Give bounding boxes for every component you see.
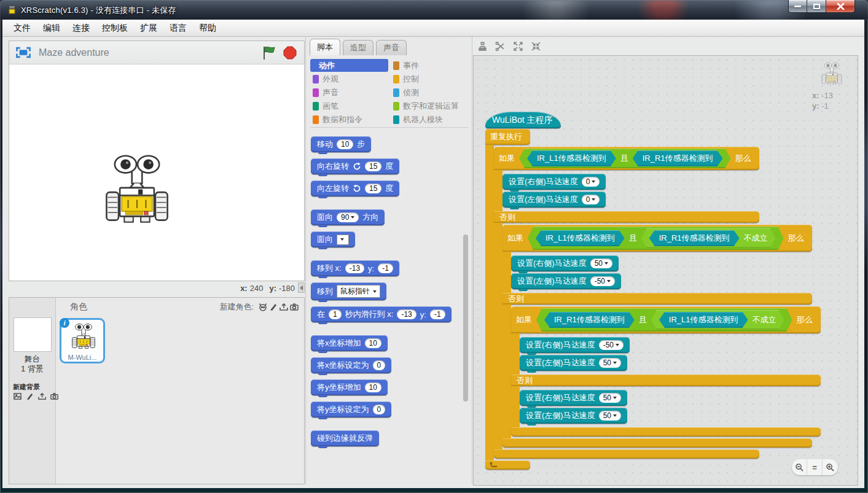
script-block-set-motor-speed[interactable]: 设置(右侧)马达速度-50 bbox=[520, 337, 630, 353]
palette-block-point-towards[interactable]: 面向 bbox=[311, 231, 355, 247]
number-input[interactable]: -1 bbox=[378, 263, 393, 273]
and-operator-block[interactable]: IR_L1传感器检测到且IR_R1传感器检测到不成立 bbox=[528, 227, 784, 250]
menu-board[interactable]: 控制板 bbox=[96, 21, 134, 36]
sensor-boolean-block[interactable]: IR_R1传感器检测到 bbox=[633, 150, 723, 166]
sensor-boolean-block[interactable]: IR_R1传感器检测到 bbox=[544, 312, 635, 328]
ifelse-header[interactable]: 如果IR_L1传感器检测到且IR_R1传感器检测到那么 bbox=[494, 147, 759, 170]
else-bar[interactable]: 否则 bbox=[511, 375, 821, 386]
number-dropdown[interactable]: -50 bbox=[590, 276, 615, 286]
palette-block-move-steps[interactable]: 移动10步 bbox=[311, 136, 371, 152]
number-input[interactable]: -13 bbox=[345, 263, 364, 273]
and-operator-block[interactable]: IR_R1传感器检测到且IR_L1传感器检测到不成立 bbox=[536, 308, 792, 332]
palette-category[interactable]: 事件 bbox=[391, 59, 469, 72]
palette-block-change-y[interactable]: 将y坐标增加10 bbox=[311, 379, 388, 395]
title-bar[interactable]: XRScratch(v1.6.3) - 没有连接串口 - 未保存 bbox=[0, 0, 868, 20]
palette-block-goto-xy[interactable]: 移到 x:-13y:-1 bbox=[311, 260, 399, 276]
number-input[interactable]: 0 bbox=[373, 405, 386, 414]
number-input[interactable]: 10 bbox=[337, 139, 353, 149]
palette-block-point-direction[interactable]: 面向90方向 bbox=[311, 209, 385, 225]
sensor-boolean-block[interactable]: IR_L1传感器检测到 bbox=[527, 150, 616, 166]
forever-header[interactable]: 重复执行 bbox=[485, 129, 530, 145]
palette-category[interactable]: 控制 bbox=[391, 72, 469, 85]
script-block-set-motor-speed[interactable]: 设置(右侧)马达速度50 bbox=[511, 255, 619, 271]
palette-block-turn-right[interactable]: 向右旋转15度 bbox=[311, 158, 399, 174]
tab-scripts[interactable]: 脚本 bbox=[310, 39, 340, 55]
script-block-set-motor-speed[interactable]: 设置(左侧)马达速度0 bbox=[502, 192, 606, 208]
palette-category[interactable]: 数据和指令 bbox=[310, 113, 388, 126]
palette-block-set-x[interactable]: 将x坐标设定为0 bbox=[311, 357, 391, 373]
script-block-hat-main-program[interactable]: WuLiBot 主程序 bbox=[485, 112, 561, 128]
zoom-reset-button[interactable]: = bbox=[807, 459, 823, 475]
grow-icon[interactable] bbox=[512, 41, 524, 52]
number-input[interactable]: -13 bbox=[397, 309, 416, 319]
menu-language[interactable]: 语言 bbox=[163, 21, 193, 36]
palette-category[interactable]: 侦测 bbox=[391, 86, 469, 99]
dropdown[interactable] bbox=[337, 235, 349, 245]
sensor-boolean-block[interactable]: IR_R1传感器检测到 bbox=[649, 230, 740, 246]
number-dropdown[interactable]: 0 bbox=[582, 195, 600, 204]
script-block-set-motor-speed[interactable]: 设置(右侧)马达速度50 bbox=[520, 390, 627, 406]
green-flag-button[interactable] bbox=[261, 45, 277, 60]
number-input[interactable]: 10 bbox=[365, 382, 381, 392]
not-operator-block[interactable]: IR_L1传感器检测到不成立 bbox=[651, 310, 784, 330]
script-block-forever[interactable]: 重复执行如果IR_L1传感器检测到且IR_R1传感器检测到那么设置(右侧)马达速… bbox=[485, 129, 530, 470]
stop-button[interactable] bbox=[282, 45, 298, 60]
camera-backdrop-icon[interactable] bbox=[49, 391, 60, 402]
scissors-icon[interactable] bbox=[495, 41, 506, 52]
number-dropdown[interactable]: -50 bbox=[599, 340, 624, 350]
collapse-stage-button[interactable] bbox=[298, 282, 305, 293]
tab-costumes[interactable]: 造型 bbox=[343, 40, 373, 55]
backdrop-library-icon[interactable] bbox=[12, 391, 23, 402]
sensor-boolean-block[interactable]: IR_L1传感器检测到 bbox=[659, 312, 748, 328]
minimize-button[interactable] bbox=[788, 0, 807, 13]
palette-block-glide-to-xy[interactable]: 在1秒内滑行到 x:-13y:-1 bbox=[311, 306, 452, 322]
number-input[interactable]: 10 bbox=[365, 338, 381, 348]
script-block-set-motor-speed[interactable]: 设置(左侧)马达速度-50 bbox=[511, 273, 621, 289]
script-block-set-motor-speed[interactable]: 设置(右侧)马达速度0 bbox=[502, 174, 606, 190]
palette-block-goto-mouse[interactable]: 移到鼠标指针 bbox=[311, 282, 386, 300]
not-operator-block[interactable]: IR_R1传感器检测到不成立 bbox=[641, 228, 776, 248]
menu-file[interactable]: 文件 bbox=[7, 21, 37, 36]
stamp-icon[interactable] bbox=[477, 41, 488, 52]
upload-sprite-icon[interactable] bbox=[278, 302, 289, 312]
palette-scrollbar[interactable] bbox=[463, 235, 468, 402]
menu-connect[interactable]: 连接 bbox=[66, 21, 96, 36]
fullscreen-icon[interactable] bbox=[15, 47, 31, 58]
upload-backdrop-icon[interactable] bbox=[37, 391, 47, 402]
stage-selector[interactable]: 舞台 1 背景 新建背景 bbox=[9, 298, 56, 484]
zoom-out-button[interactable] bbox=[792, 459, 807, 475]
palette-category[interactable]: 声音 bbox=[310, 86, 388, 99]
script-block-ifelse[interactable]: 如果IR_L1传感器检测到且IR_R1传感器检测到那么设置(右侧)马达速度0设置… bbox=[494, 147, 759, 459]
else-bar[interactable]: 否则 bbox=[502, 293, 812, 305]
ifelse-header[interactable]: 如果IR_L1传感器检测到且IR_R1传感器检测到不成立那么 bbox=[502, 225, 812, 252]
number-dropdown[interactable]: 0 bbox=[582, 177, 600, 187]
menu-edit[interactable]: 编辑 bbox=[37, 21, 66, 36]
number-input[interactable]: 1 bbox=[329, 309, 342, 319]
sprite-library-icon[interactable] bbox=[257, 302, 268, 312]
number-dropdown[interactable]: 90 bbox=[337, 212, 359, 222]
menu-help[interactable]: 帮助 bbox=[193, 21, 222, 36]
dropdown[interactable]: 鼠标指针 bbox=[337, 285, 380, 298]
shrink-icon[interactable] bbox=[530, 41, 542, 52]
palette-category[interactable]: 动作 bbox=[310, 59, 388, 72]
ifelse-header[interactable]: 如果IR_R1传感器检测到且IR_L1传感器检测到不成立那么 bbox=[511, 306, 821, 333]
menu-extensions[interactable]: 扩展 bbox=[134, 21, 163, 36]
number-dropdown[interactable]: 50 bbox=[599, 358, 621, 368]
number-input[interactable]: 0 bbox=[373, 360, 386, 370]
palette-block-set-y[interactable]: 将y坐标设定为0 bbox=[311, 402, 391, 417]
and-operator-block[interactable]: IR_L1传感器检测到且IR_R1传感器检测到 bbox=[519, 149, 731, 168]
number-input[interactable]: -1 bbox=[430, 309, 445, 319]
paint-backdrop-icon[interactable] bbox=[25, 391, 35, 402]
sprite-item-selected[interactable]: i M-WuLi... bbox=[60, 318, 105, 363]
camera-sprite-icon[interactable] bbox=[289, 302, 299, 312]
script-block-ifelse[interactable]: 如果IR_L1传感器检测到且IR_R1传感器检测到不成立那么设置(右侧)马达速度… bbox=[502, 225, 812, 448]
palette-block-change-x[interactable]: 将x坐标增加10 bbox=[311, 335, 388, 351]
palette-block-bounce-on-edge[interactable]: 碰到边缘就反弹 bbox=[311, 430, 379, 446]
palette-category[interactable]: 机器人模块 bbox=[391, 113, 469, 126]
number-dropdown[interactable]: 50 bbox=[599, 411, 621, 421]
palette-category[interactable]: 数字和逻辑运算 bbox=[391, 99, 469, 112]
script-block-set-motor-speed[interactable]: 设置(左侧)马达速度50 bbox=[520, 355, 627, 371]
stage-canvas[interactable] bbox=[9, 64, 304, 281]
paint-sprite-icon[interactable] bbox=[268, 302, 278, 312]
close-button[interactable] bbox=[826, 0, 855, 13]
